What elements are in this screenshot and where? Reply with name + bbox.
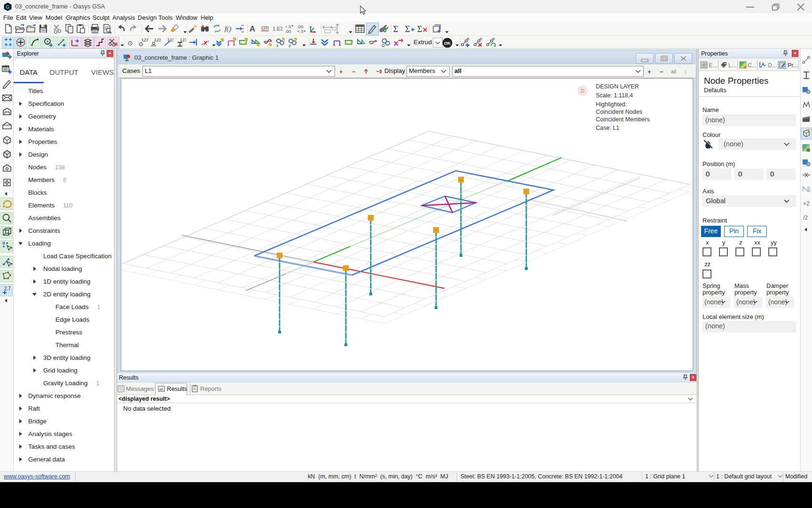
- svg-text:2.7: 2.7: [4, 286, 11, 291]
- svg-text:A: A: [250, 24, 255, 33]
- svg-text:Scale: 1:118,4: Scale: 1:118,4: [596, 92, 633, 99]
- svg-text:123: 123: [154, 38, 161, 42]
- svg-text:+.0: +.0: [297, 29, 303, 34]
- svg-text:x: x: [276, 43, 279, 48]
- svg-text:G: G: [6, 5, 10, 10]
- svg-text:123: 123: [141, 38, 148, 42]
- svg-text:/2: /2: [803, 214, 808, 221]
- svg-text:.00: .00: [285, 29, 291, 34]
- svg-text:ab: ab: [159, 387, 163, 391]
- svg-text:Case: L1: Case: L1: [596, 125, 619, 131]
- svg-text:f(): f(): [225, 25, 231, 33]
- svg-text:DESIGN LAYER: DESIGN LAYER: [596, 83, 639, 90]
- svg-text:Σ: Σ: [393, 24, 398, 34]
- svg-text:123: 123: [180, 38, 186, 42]
- svg-text:OK: OK: [444, 40, 451, 46]
- svg-text:D: D: [581, 88, 585, 94]
- svg-text:Coincident Nodes: Coincident Nodes: [596, 109, 642, 115]
- svg-text:Σ: Σ: [405, 24, 410, 34]
- svg-text:1.E3: 1.E3: [273, 26, 282, 32]
- svg-text:123: 123: [167, 38, 173, 42]
- svg-text:×2: ×2: [803, 200, 810, 207]
- svg-text:Coincident Members: Coincident Members: [596, 116, 650, 123]
- svg-text:O: O: [382, 43, 385, 48]
- svg-text:ab: ab: [3, 67, 8, 71]
- svg-text:Highlighted:: Highlighted:: [596, 101, 627, 108]
- svg-text:y: y: [289, 43, 291, 48]
- svg-text:cm: cm: [261, 24, 269, 31]
- svg-text:Σ: Σ: [417, 24, 422, 34]
